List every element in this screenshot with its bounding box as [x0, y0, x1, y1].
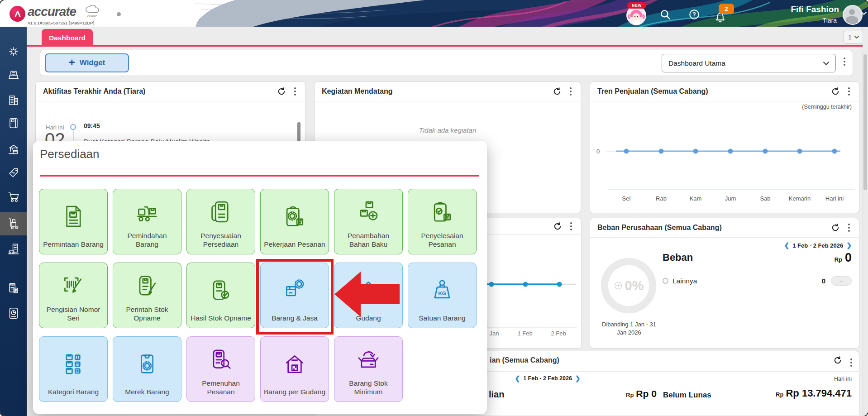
svg-text:Sab: Sab	[760, 195, 770, 202]
metric-value-2: Rp Rp 13.794.471	[776, 387, 852, 399]
asset-building-icon	[7, 242, 20, 256]
tile-penyelesaian-pesanan[interactable]: Penyelesaian Pesanan	[408, 189, 477, 254]
pie-report-icon	[7, 306, 20, 320]
expense-donut-chart: 0%	[601, 258, 656, 313]
card-title: Aktifitas Terakhir Anda (Tiara)	[43, 87, 271, 96]
expense-row-value: 0	[822, 277, 825, 285]
toolbar-kebab-menu[interactable]	[842, 56, 847, 67]
company-name: Fifi Fashion	[726, 5, 839, 14]
expense-row-trend-pill: -	[831, 276, 852, 286]
ledger-box-icon	[209, 189, 233, 232]
tax-document-icon	[7, 282, 20, 295]
legend-bullet	[663, 278, 668, 284]
expense-total: Rp 0	[835, 251, 852, 265]
tile-barang-stok-minimum[interactable]: Barang Stok Minimum	[334, 336, 403, 402]
tile-permintaan-barang[interactable]: Permintaan Barang	[39, 189, 108, 254]
expense-section-label: Beban	[663, 252, 693, 263]
bank-icon	[7, 143, 20, 156]
tile-penyesuaian-persediaan[interactable]: Penyesuaian Persediaan	[186, 189, 255, 254]
clipboard-check-icon	[430, 189, 454, 232]
tab-dashboard[interactable]: Dashboard	[42, 29, 93, 47]
user-avatar[interactable]	[843, 5, 863, 25]
refresh-icon[interactable]	[553, 222, 562, 231]
refresh-icon[interactable]	[833, 356, 842, 365]
tile-perintah-stok-opname[interactable]: Perintah Stok Opname	[113, 263, 181, 328]
profile-chevron-down-icon[interactable]	[861, 12, 867, 15]
sidebar-item-sales[interactable]	[0, 163, 27, 183]
metric-label-fragment: lian	[489, 389, 504, 400]
card-company-expenses: Beban Perusahaan (Semua Cabang) ❮ 1 Feb …	[590, 218, 859, 349]
notification-count-badge[interactable]: 2	[719, 4, 734, 14]
refresh-icon[interactable]	[831, 87, 840, 96]
kebab-icon[interactable]	[846, 86, 852, 97]
kg-weight-icon	[430, 263, 454, 314]
tile-barang-per-gudang[interactable]: Barang per Gudang	[260, 336, 329, 402]
timeline-dot	[70, 124, 76, 130]
warehouse-box-icon	[282, 337, 307, 388]
search-icon[interactable]	[659, 9, 671, 20]
dashboard-select[interactable]: Dashboard Utama	[662, 54, 836, 72]
clipboard-gear-icon	[282, 189, 307, 240]
sidebar-item-banking[interactable]	[0, 139, 27, 159]
tile-satuan-barang[interactable]: Satuan Barang	[408, 263, 477, 328]
chevron-left-icon[interactable]: ❮	[515, 375, 520, 382]
date-range-label: 1 Feb - 2 Feb 2026	[792, 242, 843, 249]
svg-text:0: 0	[596, 148, 600, 155]
kebab-icon[interactable]	[849, 357, 854, 368]
brand-tag-icon	[135, 337, 159, 388]
tile-merek-barang[interactable]: Merek Barang	[113, 336, 181, 402]
sidebar-item-settings[interactable]	[0, 42, 27, 62]
app-version: v1.0.1#3605-587261 [3499P12DP]	[28, 20, 94, 25]
date-range-navigator: ❮ 1 Feb - 2 Feb 2026 ❯	[498, 375, 597, 382]
tile-pengisian-nomor-seri[interactable]: Pengisian Nomor Seri	[39, 263, 108, 328]
card-sales-trend: Tren Penjualan (Semua Cabang) (Seminggu …	[590, 81, 859, 213]
tile-pemindahan-barang[interactable]: Pemindahan Barang	[113, 189, 181, 254]
sidebar-item-cash-register[interactable]	[0, 65, 27, 85]
tile-hasil-stok-opname[interactable]: Hasil Stok Opname	[186, 263, 255, 328]
sidebar-item-inventory[interactable]	[0, 214, 27, 234]
kebab-icon[interactable]	[846, 222, 852, 234]
card-title: Tren Penjualan (Semua Cabang)	[597, 87, 825, 96]
card-title-fragment: ian (Semua Cabang)	[490, 356, 559, 364]
chevron-left-icon[interactable]: ❮	[784, 242, 790, 249]
sidebar-item-fixed-asset[interactable]	[0, 239, 27, 259]
kebab-icon[interactable]	[568, 220, 574, 232]
status-label: Belum Lunas	[663, 391, 711, 400]
tab-page-indicator[interactable]: 1	[844, 31, 863, 43]
kebab-icon[interactable]	[292, 86, 298, 97]
expense-row-lainnya: Lainnya 0 -	[663, 276, 852, 286]
tile-pemenuhan-pesanan[interactable]: Pemenuhan Pesanan	[186, 336, 255, 402]
refresh-icon[interactable]	[831, 223, 840, 232]
add-widget-button[interactable]: + Widget	[45, 53, 129, 72]
chevron-right-icon[interactable]: ❯	[575, 375, 581, 382]
cloud-icon	[85, 5, 101, 14]
tile-kategori-barang[interactable]: Kategori Barang	[39, 336, 108, 402]
chart-subtitle: (Seminggu terakhir)	[802, 104, 852, 110]
sidebar-item-journal[interactable]	[0, 113, 27, 133]
period-label: Hari ini	[834, 376, 852, 382]
sidebar-item-purchases[interactable]	[0, 187, 27, 207]
kebab-icon[interactable]	[568, 86, 573, 97]
modal-title: Persediaan	[40, 147, 100, 161]
refresh-icon[interactable]	[553, 87, 562, 96]
sidebar-item-company[interactable]	[0, 90, 27, 110]
chevron-right-icon[interactable]: ❯	[846, 242, 852, 249]
forklift-icon	[135, 189, 159, 232]
accurate-logo-icon[interactable]	[10, 6, 25, 22]
sidebar-item-tax[interactable]	[0, 278, 27, 298]
shopping-cart-icon	[7, 190, 20, 204]
help-icon[interactable]	[688, 9, 700, 20]
refresh-icon[interactable]	[277, 87, 286, 96]
page-scrollbar-thumb[interactable]	[863, 54, 867, 190]
expense-row-label: Lainnya	[672, 277, 822, 285]
arrow-circle-icon	[614, 281, 623, 290]
tile-pekerjaan-pesanan[interactable]: Pekerjaan Pesanan	[260, 189, 329, 254]
sidebar-item-reports[interactable]	[0, 303, 27, 323]
card-scrollbar-thumb[interactable]	[297, 122, 300, 143]
tile-penambahan-bahan-baku[interactable]: Penambahan Bahan Baku	[334, 189, 403, 254]
sales-trend-chart: 0 Sel Rab Kam Jum Sab Kemarin Hari ini	[590, 132, 860, 209]
app-window: accurate online v1.0.1#3605-587261 [3499…	[0, 0, 868, 416]
metric-value-1: Rp Rp 0	[626, 388, 657, 399]
tab-accent-line	[27, 45, 868, 47]
modal-accent-line	[40, 175, 479, 177]
